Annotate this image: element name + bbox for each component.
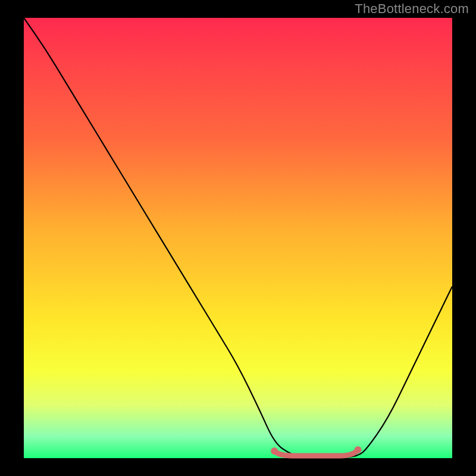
optimal-region-highlight	[274, 450, 358, 456]
chart-wrapper: TheBottleneck.com	[0, 0, 476, 476]
curve-svg	[24, 18, 452, 458]
plot-area	[24, 18, 452, 458]
attribution-label: TheBottleneck.com	[355, 1, 469, 17]
bottleneck-curve	[24, 18, 452, 458]
optimal-region-start-dot	[271, 447, 278, 455]
optimal-region-end-dot	[355, 446, 362, 453]
